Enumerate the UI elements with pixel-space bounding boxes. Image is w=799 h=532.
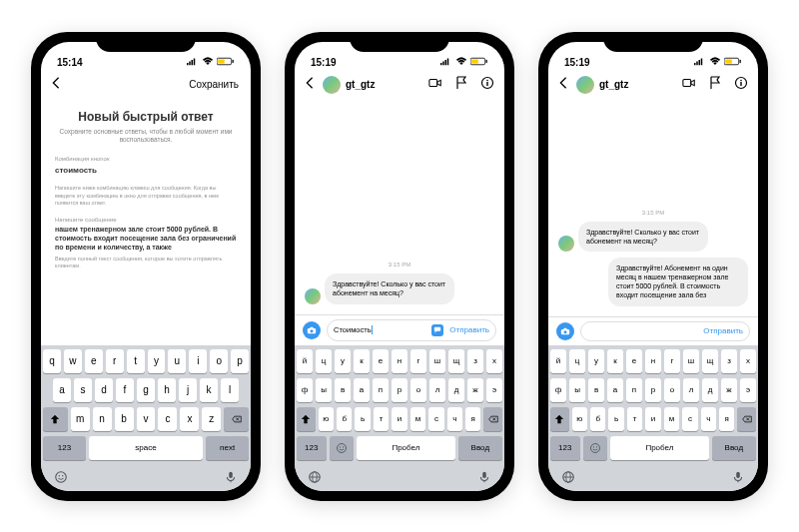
- key-h[interactable]: h: [158, 378, 176, 402]
- message-input[interactable]: Стоимость Отправить: [327, 319, 496, 341]
- key-у[interactable]: у: [335, 349, 351, 373]
- camera-button[interactable]: [303, 321, 321, 339]
- key-с[interactable]: с: [682, 407, 697, 431]
- key-д[interactable]: д: [448, 378, 464, 402]
- globe-icon[interactable]: [560, 469, 576, 485]
- key-с[interactable]: с: [428, 407, 443, 431]
- key-н[interactable]: н: [645, 349, 661, 373]
- video-icon[interactable]: [682, 76, 696, 94]
- key-о[interactable]: о: [664, 378, 680, 402]
- key-е[interactable]: е: [626, 349, 642, 373]
- key-s[interactable]: s: [74, 378, 92, 402]
- key-т[interactable]: т: [374, 407, 389, 431]
- backspace-key[interactable]: [483, 407, 502, 431]
- key-a[interactable]: a: [53, 378, 71, 402]
- mic-key[interactable]: [476, 469, 492, 485]
- globe-key[interactable]: [330, 436, 355, 460]
- key-д[interactable]: д: [702, 378, 718, 402]
- key-ь[interactable]: ь: [608, 407, 623, 431]
- camera-button[interactable]: [556, 322, 574, 340]
- key-ь[interactable]: ь: [355, 407, 370, 431]
- key-c[interactable]: c: [158, 407, 177, 431]
- backspace-key[interactable]: [737, 407, 756, 431]
- chat-user[interactable]: gt_gtz: [323, 76, 375, 94]
- key-л[interactable]: л: [683, 378, 699, 402]
- key-ф[interactable]: ф: [297, 378, 313, 402]
- key-p[interactable]: p: [231, 349, 249, 373]
- key-ы[interactable]: ы: [316, 378, 332, 402]
- enter-key[interactable]: Ввод: [458, 436, 502, 460]
- key-й[interactable]: й: [550, 349, 566, 373]
- enter-key[interactable]: Ввод: [712, 436, 756, 460]
- key-р[interactable]: р: [645, 378, 661, 402]
- flag-icon[interactable]: [454, 76, 468, 94]
- key-з[interactable]: з: [467, 349, 483, 373]
- key-и[interactable]: и: [392, 407, 406, 431]
- key-в[interactable]: в: [588, 378, 604, 402]
- key-к[interactable]: к: [354, 349, 370, 373]
- key-i[interactable]: i: [189, 349, 207, 373]
- key-р[interactable]: р: [392, 378, 407, 402]
- message-input[interactable]: Отправить: [580, 321, 750, 341]
- key-п[interactable]: п: [373, 378, 389, 402]
- globe-key[interactable]: [583, 436, 608, 460]
- key-э[interactable]: э: [486, 378, 502, 402]
- shortcut-input[interactable]: стоимость: [55, 166, 237, 175]
- key-и[interactable]: и: [645, 407, 660, 431]
- key-y[interactable]: y: [148, 349, 166, 373]
- key-б[interactable]: б: [337, 407, 352, 431]
- mic-key[interactable]: [223, 469, 239, 485]
- num-key[interactable]: 123: [297, 436, 327, 460]
- key-ч[interactable]: ч: [447, 407, 462, 431]
- key-ж[interactable]: ж: [467, 378, 483, 402]
- quick-reply-icon[interactable]: [431, 324, 443, 336]
- chat-user[interactable]: gt_gtz: [576, 76, 628, 94]
- key-z[interactable]: z: [202, 407, 221, 431]
- info-icon[interactable]: [480, 76, 494, 94]
- send-button[interactable]: Отправить: [703, 326, 743, 335]
- key-г[interactable]: г: [664, 349, 680, 373]
- num-key[interactable]: 123: [43, 436, 86, 460]
- key-к[interactable]: к: [607, 349, 623, 373]
- key-я[interactable]: я: [719, 407, 734, 431]
- emoji-key[interactable]: [53, 469, 69, 485]
- save-button[interactable]: Сохранить: [189, 79, 239, 90]
- key-х[interactable]: х: [740, 349, 756, 373]
- key-м[interactable]: м: [410, 407, 425, 431]
- key-o[interactable]: o: [210, 349, 228, 373]
- key-ц[interactable]: ц: [569, 349, 585, 373]
- flag-icon[interactable]: [708, 76, 722, 94]
- back-button[interactable]: [51, 76, 61, 93]
- key-ф[interactable]: ф: [550, 378, 566, 402]
- message-input[interactable]: нашем тренажерном зале стоит 5000 рублей…: [55, 225, 237, 252]
- key-в[interactable]: в: [335, 378, 351, 402]
- key-f[interactable]: f: [116, 378, 134, 402]
- key-e[interactable]: e: [85, 349, 103, 373]
- space-key[interactable]: space: [89, 436, 203, 460]
- key-j[interactable]: j: [179, 378, 197, 402]
- key-b[interactable]: b: [115, 407, 134, 431]
- key-м[interactable]: м: [664, 407, 679, 431]
- key-u[interactable]: u: [168, 349, 186, 373]
- key-й[interactable]: й: [297, 349, 313, 373]
- key-ю[interactable]: ю: [572, 407, 587, 431]
- key-x[interactable]: x: [180, 407, 199, 431]
- shift-key[interactable]: [43, 407, 68, 431]
- key-v[interactable]: v: [137, 407, 156, 431]
- key-ш[interactable]: ш: [429, 349, 445, 373]
- key-щ[interactable]: щ: [702, 349, 718, 373]
- key-ж[interactable]: ж: [721, 378, 737, 402]
- key-n[interactable]: n: [93, 407, 112, 431]
- back-button[interactable]: [558, 76, 568, 93]
- key-х[interactable]: х: [486, 349, 502, 373]
- send-button[interactable]: Отправить: [449, 325, 489, 334]
- key-у[interactable]: у: [588, 349, 604, 373]
- key-г[interactable]: г: [410, 349, 426, 373]
- key-w[interactable]: w: [64, 349, 82, 373]
- backspace-key[interactable]: [224, 407, 249, 431]
- key-m[interactable]: m: [71, 407, 90, 431]
- key-щ[interactable]: щ: [448, 349, 464, 373]
- key-з[interactable]: з: [721, 349, 737, 373]
- shift-key[interactable]: [297, 407, 316, 431]
- space-key[interactable]: Пробел: [357, 436, 455, 460]
